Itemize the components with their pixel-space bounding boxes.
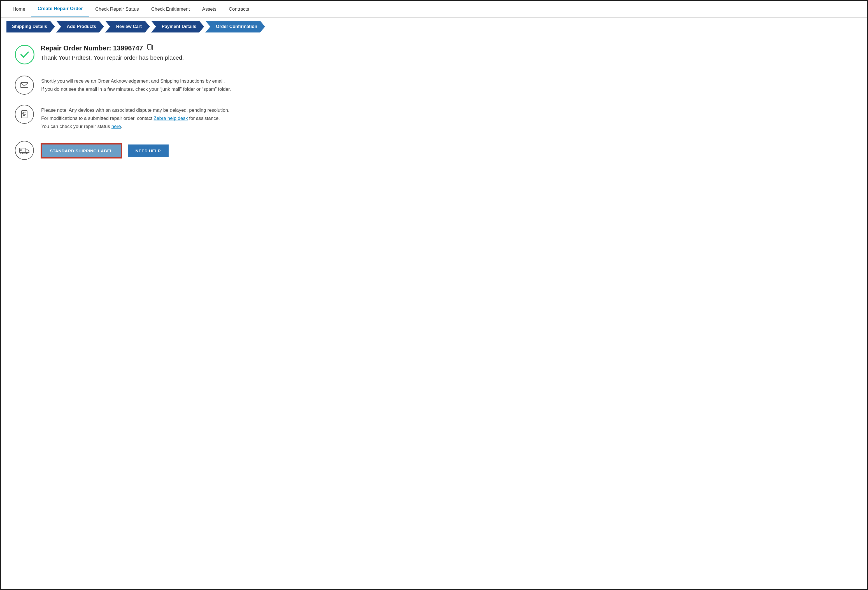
step-shipping-details[interactable]: Shipping Details: [6, 21, 55, 32]
document-icon-circle: [15, 105, 34, 124]
stepper: Shipping Details Add Products Review Car…: [1, 18, 867, 35]
nav-contracts[interactable]: Contracts: [223, 1, 255, 17]
repair-status-here-link[interactable]: here: [111, 124, 121, 129]
checkmark-icon: [19, 49, 30, 60]
nav-bar: Home Create Repair Order Check Repair St…: [1, 1, 867, 18]
buttons-section: STANDARD SHIPPING LABEL NEED HELP: [15, 141, 853, 160]
copy-icon[interactable]: [146, 44, 154, 53]
envelope-icon: [20, 81, 29, 90]
action-buttons: STANDARD SHIPPING LABEL NEED HELP: [41, 144, 168, 158]
note-info-text: Please note: Any devices with an associa…: [41, 105, 229, 131]
step-order-confirmation[interactable]: Order Confirmation: [205, 21, 265, 32]
note-info-section: Please note: Any devices with an associa…: [15, 105, 853, 131]
nav-assets[interactable]: Assets: [196, 1, 223, 17]
zebra-helpdesk-link[interactable]: Zebra help desk: [154, 116, 188, 121]
note-line-1: Please note: Any devices with an associa…: [41, 106, 229, 115]
nav-check-repair-status[interactable]: Check Repair Status: [89, 1, 145, 17]
need-help-button[interactable]: NEED HELP: [128, 145, 168, 157]
order-number-text: Repair Order Number: 13996747: [41, 44, 143, 52]
truck-icon-circle: [15, 141, 34, 160]
step-payment-details[interactable]: Payment Details: [151, 21, 204, 32]
order-title-block: Repair Order Number: 13996747 Thank You!…: [41, 44, 184, 61]
email-info-section: Shortly you will receive an Order Acknow…: [15, 75, 853, 94]
nav-create-repair-order[interactable]: Create Repair Order: [31, 1, 89, 17]
main-content: Repair Order Number: 13996747 Thank You!…: [1, 35, 867, 178]
email-info-text: Shortly you will receive an Order Acknow…: [41, 75, 231, 93]
document-icon: [20, 110, 29, 119]
truck-icon: [19, 145, 30, 156]
svg-rect-1: [148, 44, 151, 49]
success-icon-circle: [15, 45, 34, 64]
standard-shipping-label-button[interactable]: STANDARD SHIPPING LABEL: [41, 144, 121, 158]
order-subtitle: Thank You! Prdtest. Your repair order ha…: [41, 54, 184, 61]
nav-check-entitlement[interactable]: Check Entitlement: [145, 1, 196, 17]
svg-point-10: [26, 152, 28, 154]
nav-home[interactable]: Home: [6, 1, 31, 17]
note-line-2: For modifications to a submitted repair …: [41, 115, 229, 122]
step-add-products[interactable]: Add Products: [56, 21, 104, 32]
svg-rect-2: [21, 83, 28, 88]
note-line-3: You can check your repair status here.: [41, 122, 229, 131]
envelope-icon-circle: [15, 75, 34, 94]
step-review-cart[interactable]: Review Cart: [105, 21, 150, 32]
svg-point-9: [21, 152, 22, 154]
order-title-line: Repair Order Number: 13996747: [41, 44, 184, 53]
order-header: Repair Order Number: 13996747 Thank You!…: [15, 44, 853, 64]
